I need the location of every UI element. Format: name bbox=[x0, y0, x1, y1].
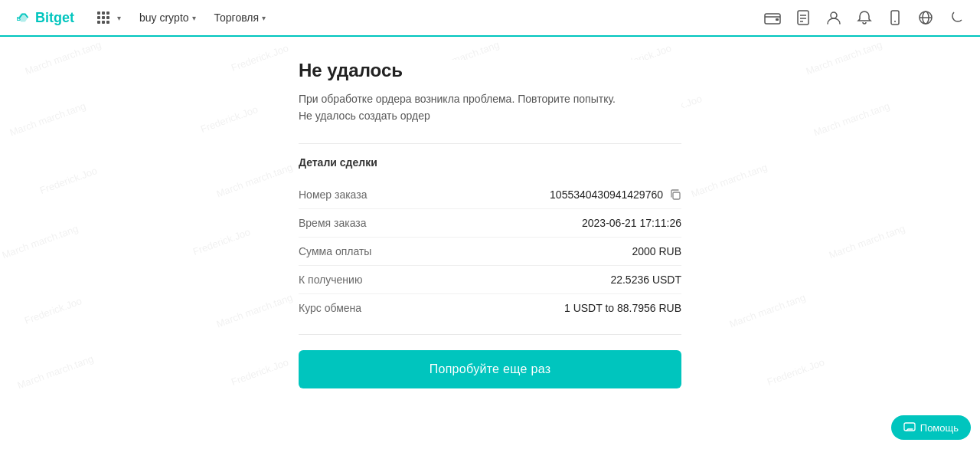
user-icon-button[interactable] bbox=[825, 9, 842, 26]
navbar-right bbox=[764, 9, 965, 26]
help-button-label: Помощь bbox=[920, 422, 959, 434]
receive-amount-value: 22.5236 USDT bbox=[610, 274, 681, 286]
exchange-rate-row: Курс обмена 1 USDT to 88.7956 RUB bbox=[299, 294, 681, 322]
globe-icon-button[interactable] bbox=[917, 9, 934, 26]
order-time-value: 2023-06-21 17:11:26 bbox=[582, 217, 681, 229]
order-time-row: Время заказа 2023-06-21 17:11:26 bbox=[299, 209, 681, 238]
wallet-icon-button[interactable] bbox=[764, 9, 781, 26]
svg-text:B: B bbox=[17, 15, 21, 22]
user-icon bbox=[826, 10, 841, 25]
payment-amount-value: 2000 RUB bbox=[632, 245, 681, 257]
exchange-rate-label: Курс обмена bbox=[299, 302, 361, 314]
nav-buy-crypto-button[interactable]: buy crypto ▾ bbox=[132, 7, 204, 28]
logo[interactable]: B Bitget bbox=[15, 9, 74, 26]
retry-button[interactable]: Попробуйте еще раз bbox=[299, 350, 681, 388]
copy-icon[interactable] bbox=[669, 188, 681, 201]
apps-chevron: ▾ bbox=[117, 14, 121, 22]
error-description: При обработке ордера возникла проблема. … bbox=[299, 90, 681, 125]
bell-icon bbox=[857, 10, 872, 25]
error-title: Не удалось bbox=[299, 60, 681, 81]
trade-chevron: ▾ bbox=[262, 14, 266, 22]
grid-icon bbox=[97, 11, 109, 24]
help-button[interactable]: Помощь bbox=[891, 415, 971, 440]
globe-icon bbox=[918, 10, 933, 25]
logo-text: Bitget bbox=[35, 10, 74, 26]
svg-rect-2 bbox=[776, 18, 779, 21]
help-icon bbox=[903, 421, 916, 434]
exchange-rate-value: 1 USDT to 88.7956 RUB bbox=[564, 302, 681, 314]
download-icon-button[interactable] bbox=[887, 9, 903, 26]
buy-crypto-label: buy crypto bbox=[139, 11, 189, 24]
document-icon bbox=[795, 10, 811, 25]
order-time-label: Время заказа bbox=[299, 217, 366, 229]
svg-point-7 bbox=[831, 12, 837, 18]
details-section: Детали сделки Номер заказа 1055340430941… bbox=[299, 156, 681, 322]
navbar: B Bitget ▾ buy crypto ▾ Торговля ▾ bbox=[0, 0, 980, 37]
order-number-label: Номер заказа bbox=[299, 188, 367, 201]
moon-icon bbox=[949, 10, 964, 25]
nav-trade-button[interactable]: Торговля ▾ bbox=[207, 7, 273, 28]
payment-amount-row: Сумма оплаты 2000 RUB bbox=[299, 238, 681, 266]
svg-rect-3 bbox=[798, 11, 808, 25]
bitget-logo-icon: B bbox=[15, 9, 32, 26]
orders-icon-button[interactable] bbox=[795, 9, 812, 26]
nav-apps-button[interactable]: ▾ bbox=[90, 7, 129, 28]
order-number-row: Номер заказа 1055340430941429760 bbox=[299, 181, 681, 209]
trade-label: Торговля bbox=[214, 11, 259, 24]
receive-amount-row: К получению 22.5236 USDT bbox=[299, 266, 681, 294]
error-desc-line1: При обработке ордера возникла проблема. … bbox=[299, 90, 681, 107]
top-divider bbox=[299, 143, 681, 144]
details-title: Детали сделки bbox=[299, 156, 681, 169]
phone-icon bbox=[887, 10, 903, 25]
error-card: Не удалось При обработке ордера возникла… bbox=[299, 60, 681, 449]
main-content: Не удалось При обработке ордера возникла… bbox=[0, 37, 980, 449]
bell-icon-button[interactable] bbox=[856, 9, 873, 26]
payment-amount-label: Сумма оплаты bbox=[299, 245, 371, 257]
dark-mode-button[interactable] bbox=[948, 9, 965, 26]
svg-rect-8 bbox=[891, 11, 899, 25]
navbar-nav: ▾ buy crypto ▾ Торговля ▾ bbox=[90, 7, 273, 28]
wallet-icon bbox=[764, 11, 781, 25]
order-number-text: 1055340430941429760 bbox=[550, 188, 663, 201]
buy-crypto-chevron: ▾ bbox=[192, 14, 196, 22]
bottom-divider bbox=[299, 334, 681, 335]
receive-amount-label: К получению bbox=[299, 274, 362, 286]
svg-rect-13 bbox=[673, 192, 680, 199]
error-desc-line2: Не удалось создать ордер bbox=[299, 107, 681, 124]
order-number-value: 1055340430941429760 bbox=[550, 188, 681, 201]
